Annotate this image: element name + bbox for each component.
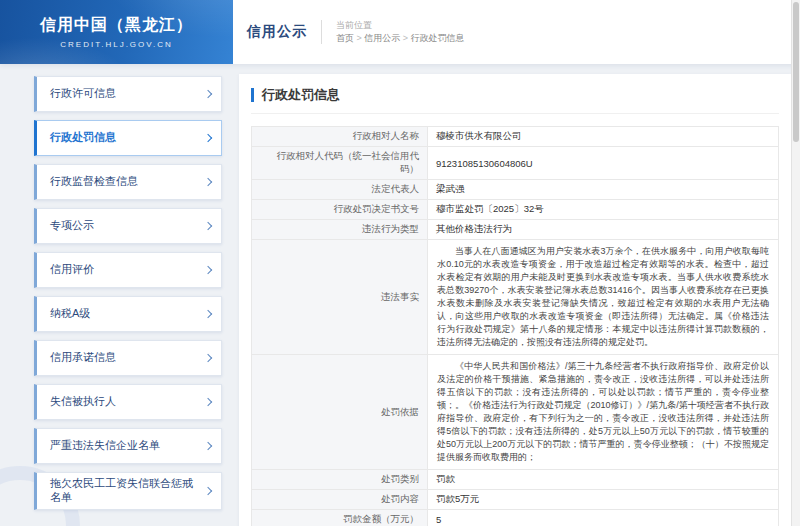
info-row: 法定代表人梁武强: [252, 180, 779, 200]
info-row-label: 处罚内容: [252, 490, 428, 510]
sidebar-item-label: 失信被执行人: [50, 395, 116, 409]
sidebar-item[interactable]: 信用评价: [34, 252, 222, 288]
sidebar-item-label: 拖欠农民工工资失信联合惩戒名单: [50, 477, 199, 505]
info-row-value: 当事人在八面通城区为用户安装水表3万余个，在供水服务中，向用户收取每吨水0.10…: [428, 240, 779, 355]
site-banner: 信用中国（黑龙江） CREDIT.HLJ.GOV.CN: [0, 0, 233, 64]
breadcrumb-link[interactable]: 信用公示: [364, 33, 400, 43]
sidebar-item-label: 信用承诺信息: [50, 351, 116, 365]
scrollbar-thumb[interactable]: [793, 2, 799, 142]
info-row-label: 行政处罚决定书文号: [252, 200, 428, 220]
section-head: 信用公示 当前位置 首页 > 信用公示 > 行政处罚信息: [247, 0, 465, 64]
breadcrumb-separator: >: [400, 33, 410, 43]
sidebar-item-label: 严重违法失信企业名单: [50, 439, 160, 453]
section-title: 信用公示: [247, 23, 307, 41]
info-row: 违法行为类型其他价格违法行为: [252, 220, 779, 240]
info-row-label: 法定代表人: [252, 180, 428, 200]
page-header: 信用中国（黑龙江） CREDIT.HLJ.GOV.CN 信用公示 当前位置 首页…: [0, 0, 800, 64]
chevron-right-icon: [204, 134, 212, 142]
info-row-value: 穆棱市供水有限公司: [428, 127, 779, 147]
info-row: 违法事实当事人在八面通城区为用户安装水表3万余个，在供水服务中，向用户收取每吨水…: [252, 240, 779, 355]
info-row-label: 罚款金额（万元）: [252, 510, 428, 526]
info-row-value: 穆市监处罚〔2025〕32号: [428, 200, 779, 220]
chevron-right-icon: [204, 398, 212, 406]
info-row-label: 行政相对人代码（统一社会信用代码）: [252, 147, 428, 180]
header-divider: [321, 20, 322, 44]
info-row-label: 违法事实: [252, 240, 428, 355]
page-title-text: 行政处罚信息: [262, 86, 340, 104]
chevron-right-icon: [204, 354, 212, 362]
breadcrumb-link[interactable]: 行政处罚信息: [411, 33, 465, 43]
chevron-right-icon: [204, 310, 212, 318]
info-row: 处罚依据《中华人民共和国价格法》/第三十九条经营者不执行政府指导价、政府定价以及…: [252, 355, 779, 470]
info-row-value: 5: [428, 510, 779, 526]
info-row-value: 梁武强: [428, 180, 779, 200]
breadcrumb-separator: >: [354, 33, 364, 43]
info-row: 处罚内容罚款5万元: [252, 490, 779, 510]
sidebar-item[interactable]: 严重违法失信企业名单: [34, 428, 222, 464]
site-title: 信用中国（黑龙江）: [40, 15, 193, 36]
sidebar-item[interactable]: 拖欠农民工工资失信联合惩戒名单: [34, 472, 222, 510]
page-title: 行政处罚信息: [251, 86, 779, 114]
chevron-right-icon: [204, 266, 212, 274]
main-panel: 行政处罚信息 行政相对人名称穆棱市供水有限公司行政相对人代码（统一社会信用代码）…: [239, 74, 791, 526]
info-row: 行政相对人名称穆棱市供水有限公司: [252, 127, 779, 147]
info-table: 行政相对人名称穆棱市供水有限公司行政相对人代码（统一社会信用代码）9123108…: [251, 126, 779, 526]
sidebar-item[interactable]: 纳税A级: [34, 296, 222, 332]
breadcrumb-path: 首页 > 信用公示 > 行政处罚信息: [336, 32, 465, 46]
sidebar-item-label: 行政许可信息: [50, 87, 116, 101]
chevron-right-icon: [204, 487, 212, 495]
sidebar: 行政许可信息行政处罚信息行政监督检查信息专项公示信用评价纳税A级信用承诺信息失信…: [34, 76, 222, 518]
sidebar-item[interactable]: 信用承诺信息: [34, 340, 222, 376]
chevron-right-icon: [204, 222, 212, 230]
sidebar-item-label: 信用评价: [50, 263, 94, 277]
info-row-label: 处罚依据: [252, 355, 428, 470]
info-row-label: 行政相对人名称: [252, 127, 428, 147]
chevron-right-icon: [204, 442, 212, 450]
sidebar-item-label: 行政处罚信息: [50, 131, 116, 145]
sidebar-item[interactable]: 专项公示: [34, 208, 222, 244]
sidebar-item-label: 行政监督检查信息: [50, 175, 138, 189]
info-row-value: 罚款5万元: [428, 490, 779, 510]
info-row-value: 《中华人民共和国价格法》/第三十九条经营者不执行政府指导价、政府定价以及法定的价…: [428, 355, 779, 470]
sidebar-item[interactable]: 行政处罚信息: [34, 120, 222, 156]
sidebar-item-label: 纳税A级: [50, 307, 90, 321]
info-row: 行政处罚决定书文号穆市监处罚〔2025〕32号: [252, 200, 779, 220]
sidebar-item[interactable]: 行政监督检查信息: [34, 164, 222, 200]
info-row-value: 其他价格违法行为: [428, 220, 779, 240]
info-row-value: 罚款: [428, 470, 779, 490]
breadcrumb: 当前位置 首页 > 信用公示 > 行政处罚信息: [336, 19, 465, 46]
info-row: 罚款金额（万元）5: [252, 510, 779, 526]
chevron-right-icon: [204, 90, 212, 98]
chevron-right-icon: [204, 178, 212, 186]
title-accent-bar: [251, 88, 254, 102]
sidebar-item[interactable]: 行政许可信息: [34, 76, 222, 112]
info-row: 行政相对人代码（统一社会信用代码）91231085130604806U: [252, 147, 779, 180]
info-row-label: 违法行为类型: [252, 220, 428, 240]
sidebar-item[interactable]: 失信被执行人: [34, 384, 222, 420]
scrollbar[interactable]: [791, 0, 800, 526]
breadcrumb-link[interactable]: 首页: [336, 33, 354, 43]
info-row: 处罚类别罚款: [252, 470, 779, 490]
info-row-label: 处罚类别: [252, 470, 428, 490]
info-row-value: 91231085130604806U: [428, 147, 779, 180]
breadcrumb-label: 当前位置: [336, 19, 465, 33]
site-url: CREDIT.HLJ.GOV.CN: [60, 40, 172, 49]
sidebar-item-label: 专项公示: [50, 219, 94, 233]
